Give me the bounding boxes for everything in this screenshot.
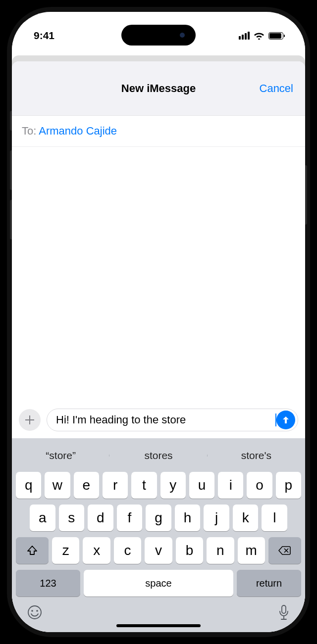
key-g[interactable]: g [146,505,171,531]
key-s[interactable]: s [59,505,85,531]
message-text: Hi! I'm heading to the store [56,414,276,426]
to-field[interactable]: To: Armando Cajide [12,116,305,147]
key-i[interactable]: i [218,472,243,499]
key-m[interactable]: m [238,537,265,564]
numbers-key[interactable]: 123 [16,570,80,597]
shift-key[interactable] [16,537,49,564]
key-t[interactable]: t [131,472,157,499]
home-indicator[interactable] [116,624,201,627]
to-label: To: [22,125,36,137]
emoji-key[interactable] [27,604,43,623]
add-button[interactable] [19,409,41,431]
battery-icon [268,32,283,40]
key-u[interactable]: u [189,472,214,499]
svg-point-1 [31,610,33,612]
arrow-up-icon [281,415,291,425]
key-c[interactable]: c [114,537,141,564]
key-p[interactable]: p [276,472,301,499]
keyboard: “store” stores store's q w e r t y u i o… [12,438,305,632]
sheet-title: New iMessage [121,82,196,95]
key-e[interactable]: e [74,472,99,499]
cancel-button[interactable]: Cancel [260,82,293,95]
conversation-area[interactable] [12,147,305,403]
wifi-icon [254,32,264,40]
key-h[interactable]: h [175,505,201,531]
status-time: 9:41 [34,30,54,42]
cellular-icon [239,32,250,40]
suggestion-1[interactable]: stores [109,450,207,461]
dynamic-island [121,25,196,46]
emoji-icon [27,604,43,620]
svg-rect-3 [282,605,286,613]
compose-sheet: New iMessage Cancel To: Armando Cajide H… [12,61,305,632]
svg-point-2 [36,610,38,612]
backspace-key[interactable] [268,537,301,564]
suggestion-2[interactable]: store's [208,450,305,461]
key-n[interactable]: n [207,537,234,564]
key-k[interactable]: k [233,505,259,531]
sheet-header: New iMessage Cancel [12,61,305,116]
key-v[interactable]: v [145,537,172,564]
suggestion-bar: “store” stores store's [12,442,305,469]
key-q[interactable]: q [16,472,41,499]
key-y[interactable]: y [160,472,186,499]
recipient-chip[interactable]: Armando Cajide [39,125,117,137]
return-key[interactable]: return [237,570,301,597]
key-o[interactable]: o [247,472,272,499]
key-l[interactable]: l [262,505,287,531]
key-d[interactable]: d [88,505,113,531]
key-f[interactable]: f [117,505,143,531]
send-button[interactable] [276,411,295,429]
svg-point-0 [28,606,41,619]
backspace-icon [278,545,292,556]
key-z[interactable]: z [52,537,79,564]
plus-icon [25,415,35,425]
mic-icon [277,604,290,621]
shift-icon [26,545,38,556]
dictation-key[interactable] [277,604,290,623]
key-a[interactable]: a [30,505,55,531]
key-r[interactable]: r [103,472,128,499]
message-input[interactable]: Hi! I'm heading to the store [47,409,298,431]
key-j[interactable]: j [204,505,229,531]
key-w[interactable]: w [45,472,70,499]
input-bar: Hi! I'm heading to the store [12,403,305,438]
key-x[interactable]: x [83,537,110,564]
key-b[interactable]: b [176,537,203,564]
suggestion-0[interactable]: “store” [12,450,109,461]
space-key[interactable]: space [84,570,233,597]
